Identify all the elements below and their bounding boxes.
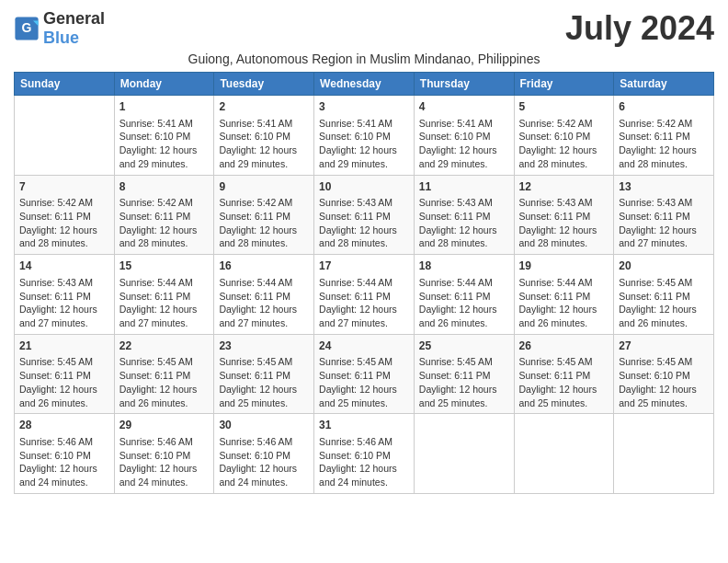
day-info: Daylight: 12 hours: [619, 383, 709, 396]
day-number: 22: [119, 339, 210, 354]
day-info: Sunrise: 5:43 AM: [619, 196, 709, 210]
subtitle: Guiong, Autonomous Region in Muslim Mind…: [14, 52, 714, 66]
day-info: Daylight: 12 hours: [319, 144, 409, 157]
logo-blue: Blue: [43, 29, 79, 47]
day-info: and 28 minutes.: [419, 236, 509, 250]
day-info: and 24 minutes.: [219, 476, 309, 489]
day-number: 1: [119, 99, 210, 115]
day-info: Sunset: 6:11 PM: [219, 369, 309, 383]
day-info: and 24 minutes.: [319, 476, 409, 489]
day-info: Sunset: 6:11 PM: [19, 290, 109, 304]
day-info: Sunrise: 5:44 AM: [519, 276, 609, 290]
day-number: 15: [119, 259, 210, 274]
calendar-cell: [15, 96, 115, 176]
day-info: and 24 minutes.: [119, 476, 210, 489]
day-info: Sunset: 6:11 PM: [119, 290, 210, 304]
day-info: Sunrise: 5:46 AM: [19, 435, 109, 449]
day-info: Sunset: 6:10 PM: [319, 130, 409, 144]
calendar-cell: 15Sunrise: 5:44 AMSunset: 6:11 PMDayligh…: [114, 255, 214, 335]
day-info: and 27 minutes.: [319, 316, 409, 330]
calendar-cell: 27Sunrise: 5:45 AMSunset: 6:10 PMDayligh…: [614, 334, 714, 414]
calendar-cell: 1Sunrise: 5:41 AMSunset: 6:10 PMDaylight…: [114, 96, 214, 176]
day-info: Sunset: 6:11 PM: [319, 290, 409, 304]
day-info: Sunset: 6:11 PM: [419, 369, 509, 383]
calendar-cell: 29Sunrise: 5:46 AMSunset: 6:10 PMDayligh…: [114, 414, 214, 494]
calendar-cell: 23Sunrise: 5:45 AMSunset: 6:11 PMDayligh…: [214, 334, 314, 414]
day-info: Sunrise: 5:45 AM: [119, 355, 210, 369]
day-info: Daylight: 12 hours: [419, 144, 509, 157]
day-info: Daylight: 12 hours: [319, 462, 409, 476]
logo-general: General: [43, 9, 105, 28]
day-info: and 25 minutes.: [419, 396, 509, 410]
day-info: Sunset: 6:10 PM: [619, 369, 709, 383]
day-info: and 27 minutes.: [19, 316, 109, 330]
calendar-cell: 3Sunrise: 5:41 AMSunset: 6:10 PMDaylight…: [314, 96, 415, 176]
day-info: Sunset: 6:10 PM: [19, 449, 109, 463]
calendar-table: SundayMondayTuesdayWednesdayThursdayFrid…: [14, 72, 714, 494]
day-info: Sunrise: 5:43 AM: [19, 276, 109, 290]
day-info: Sunrise: 5:42 AM: [619, 117, 709, 131]
day-info: Sunrise: 5:42 AM: [219, 196, 309, 210]
day-info: Daylight: 12 hours: [19, 224, 109, 237]
day-number: 9: [219, 179, 309, 195]
day-number: 25: [419, 339, 509, 354]
day-number: 2: [219, 99, 309, 115]
day-info: and 27 minutes.: [219, 316, 309, 330]
day-info: Sunrise: 5:43 AM: [419, 196, 509, 210]
day-info: Sunrise: 5:44 AM: [219, 276, 309, 290]
day-number: 19: [519, 259, 609, 274]
calendar-cell: 24Sunrise: 5:45 AMSunset: 6:11 PMDayligh…: [314, 334, 415, 414]
day-info: Daylight: 12 hours: [319, 303, 409, 316]
day-info: Sunset: 6:10 PM: [119, 449, 210, 463]
day-info: and 25 minutes.: [619, 396, 709, 410]
day-info: Sunrise: 5:42 AM: [119, 196, 210, 210]
day-info: and 28 minutes.: [119, 236, 210, 250]
day-info: and 24 minutes.: [19, 476, 109, 489]
day-info: Sunrise: 5:44 AM: [419, 276, 509, 290]
calendar-cell: 8Sunrise: 5:42 AMSunset: 6:11 PMDaylight…: [114, 175, 214, 255]
calendar-cell: 18Sunrise: 5:44 AMSunset: 6:11 PMDayligh…: [414, 255, 514, 335]
day-info: and 28 minutes.: [519, 236, 609, 250]
day-info: Sunrise: 5:41 AM: [319, 117, 409, 131]
calendar-cell: 17Sunrise: 5:44 AMSunset: 6:11 PMDayligh…: [314, 255, 415, 335]
month-title: July 2024: [565, 9, 714, 48]
day-info: Daylight: 12 hours: [119, 383, 210, 396]
day-info: Daylight: 12 hours: [419, 383, 509, 396]
day-info: Sunset: 6:11 PM: [619, 290, 709, 304]
day-info: and 26 minutes.: [619, 316, 709, 330]
day-info: Daylight: 12 hours: [219, 224, 309, 237]
day-info: Daylight: 12 hours: [419, 224, 509, 237]
day-info: and 28 minutes.: [219, 236, 309, 250]
calendar-cell: 19Sunrise: 5:44 AMSunset: 6:11 PMDayligh…: [514, 255, 614, 335]
day-info: Daylight: 12 hours: [19, 383, 109, 396]
day-info: Daylight: 12 hours: [219, 462, 309, 476]
day-info: and 25 minutes.: [519, 396, 609, 410]
day-info: and 26 minutes.: [19, 396, 109, 410]
calendar-cell: 2Sunrise: 5:41 AMSunset: 6:10 PMDaylight…: [214, 96, 314, 176]
day-info: Sunrise: 5:43 AM: [519, 196, 609, 210]
day-info: Daylight: 12 hours: [219, 383, 309, 396]
day-number: 5: [519, 99, 609, 115]
day-info: Sunset: 6:11 PM: [519, 369, 609, 383]
day-number: 14: [19, 259, 109, 274]
day-info: Daylight: 12 hours: [619, 303, 709, 316]
day-info: Sunrise: 5:45 AM: [219, 355, 309, 369]
day-info: and 27 minutes.: [619, 236, 709, 250]
day-number: 6: [619, 99, 709, 115]
day-number: 29: [119, 418, 210, 433]
day-info: Daylight: 12 hours: [519, 144, 609, 157]
calendar-cell: 21Sunrise: 5:45 AMSunset: 6:11 PMDayligh…: [15, 334, 115, 414]
day-info: Sunrise: 5:44 AM: [119, 276, 210, 290]
day-info: and 26 minutes.: [419, 316, 509, 330]
day-info: Sunset: 6:10 PM: [319, 449, 409, 463]
day-number: 7: [19, 179, 109, 195]
day-number: 23: [219, 339, 309, 354]
day-info: Daylight: 12 hours: [519, 303, 609, 316]
day-info: Daylight: 12 hours: [619, 144, 709, 157]
day-number: 24: [319, 339, 409, 354]
day-info: Sunset: 6:10 PM: [519, 130, 609, 144]
day-info: Sunrise: 5:46 AM: [219, 435, 309, 449]
day-info: and 29 minutes.: [419, 157, 509, 171]
day-number: 16: [219, 259, 309, 274]
day-info: and 29 minutes.: [219, 157, 309, 171]
